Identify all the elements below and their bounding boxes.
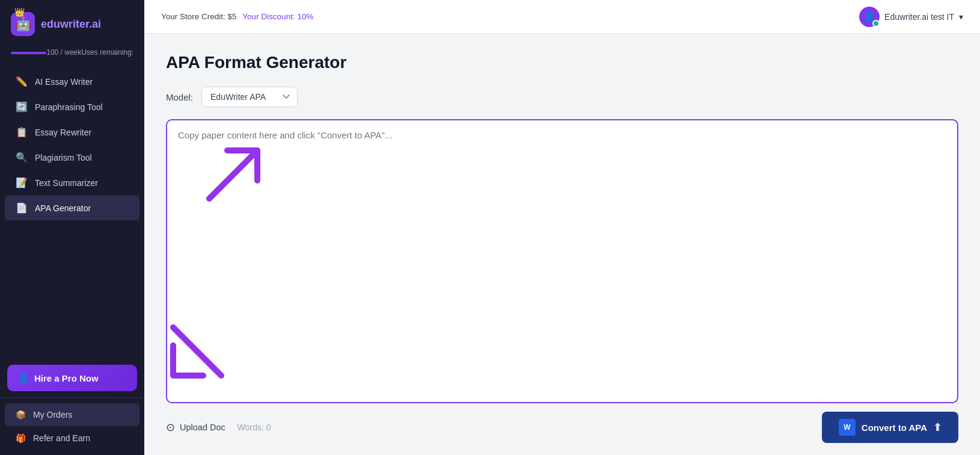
sidebar-item-text-summarizer[interactable]: 📝 Text Summarizer (5, 170, 139, 195)
model-select[interactable]: EduWriter APA Standard APA Custom APA (201, 87, 298, 107)
sidebar-item-label: Essay Rewriter (35, 128, 91, 137)
logo-accent-text: .ai (89, 18, 101, 30)
plagiarism-icon: 🔍 (16, 152, 28, 163)
my-orders-icon: 📦 (16, 410, 26, 419)
summarizer-icon: 📝 (16, 177, 28, 188)
bottom-left: ⊙ Upload Doc Words: 0 (166, 421, 271, 434)
page-title: APA Format Generator (166, 53, 958, 72)
hire-btn-label: Hire a Pro Now (34, 373, 99, 383)
page-content: APA Format Generator Model: EduWriter AP… (144, 34, 980, 455)
sidebar-item-essay-rewriter[interactable]: 📋 Essay Rewriter (5, 120, 139, 144)
header: Your Store Credit: $5 Your Discount: 10%… (144, 0, 980, 34)
bottom-bar: ⊙ Upload Doc Words: 0 W Convert to APA ⬆ (166, 403, 958, 443)
model-row: Model: EduWriter APA Standard APA Custom… (166, 87, 958, 107)
sidebar-item-label: Paraphrasing Tool (35, 102, 103, 112)
logo-main-text: eduwriter (41, 18, 89, 30)
sidebar-item-apa-generator[interactable]: 📄 APA Generator (5, 196, 139, 220)
sidebar-item-label: Plagiarism Tool (35, 153, 92, 162)
usage-section: Uses remaining: 100 / week (0, 45, 144, 65)
logo-area: 👑 🤖 eduwriter.ai (0, 0, 144, 45)
logo-icon: 👑 🤖 (11, 12, 35, 36)
paper-content-input[interactable] (167, 120, 957, 402)
word-icon: W (839, 419, 856, 436)
text-input-area (166, 119, 958, 403)
store-credit-label: Your Store Credit: $5 (161, 12, 237, 21)
hire-icon: 👤 (18, 373, 29, 383)
sidebar-item-my-orders[interactable]: 📦 My Orders (5, 403, 139, 426)
usage-bar (11, 52, 46, 54)
upload-doc-button[interactable]: ⊙ Upload Doc (166, 421, 225, 434)
sidebar-item-ai-essay-writer[interactable]: ✏️ AI Essay Writer (5, 69, 139, 94)
refer-earn-icon: 🎁 (16, 433, 26, 443)
upload-label: Upload Doc (180, 422, 225, 432)
user-name: Eduwriter.ai test IT (884, 12, 954, 22)
logo-text: eduwriter.ai (41, 18, 101, 31)
paraphrasing-icon: 🔄 (16, 101, 28, 113)
user-menu[interactable]: 👤 Eduwriter.ai test IT ▾ (859, 7, 963, 27)
hire-pro-button[interactable]: 👤 Hire a Pro Now (7, 365, 137, 391)
user-status-badge (872, 20, 880, 27)
words-count: Words: 0 (237, 422, 271, 432)
main-content: Your Store Credit: $5 Your Discount: 10%… (144, 0, 980, 455)
sidebar-item-label: APA Generator (35, 203, 91, 213)
sidebar: 👑 🤖 eduwriter.ai Uses remaining: 100 / w… (0, 0, 144, 455)
chevron-down-icon: ▾ (959, 12, 963, 22)
discount-label[interactable]: Your Discount: 10% (242, 12, 313, 21)
usage-bar-fill (11, 52, 46, 54)
essay-writer-icon: ✏️ (16, 76, 28, 87)
avatar: 👤 (859, 7, 880, 27)
sidebar-nav: ✏️ AI Essay Writer 🔄 Paraphrasing Tool 📋… (0, 65, 144, 359)
sidebar-item-label: Text Summarizer (35, 178, 98, 188)
model-label: Model: (166, 92, 193, 102)
sidebar-bottom: 📦 My Orders 🎁 Refer and Earn (0, 397, 144, 455)
sidebar-item-label: AI Essay Writer (35, 77, 93, 87)
crown-icon: 👑 (14, 7, 25, 17)
sidebar-item-label: My Orders (33, 410, 72, 419)
rewriter-icon: 📋 (16, 126, 28, 138)
convert-label: Convert to APA (862, 422, 927, 433)
convert-to-apa-button[interactable]: W Convert to APA ⬆ (822, 412, 958, 443)
export-icon: ⬆ (933, 421, 942, 434)
sidebar-item-paraphrasing-tool[interactable]: 🔄 Paraphrasing Tool (5, 94, 139, 119)
sidebar-item-refer-earn[interactable]: 🎁 Refer and Earn (5, 427, 139, 450)
sidebar-item-label: Refer and Earn (33, 433, 90, 443)
upload-icon: ⊙ (166, 421, 175, 434)
sidebar-item-plagiarism-tool[interactable]: 🔍 Plagiarism Tool (5, 145, 139, 170)
header-credits: Your Store Credit: $5 Your Discount: 10% (161, 12, 313, 21)
apa-generator-icon: 📄 (16, 202, 28, 214)
